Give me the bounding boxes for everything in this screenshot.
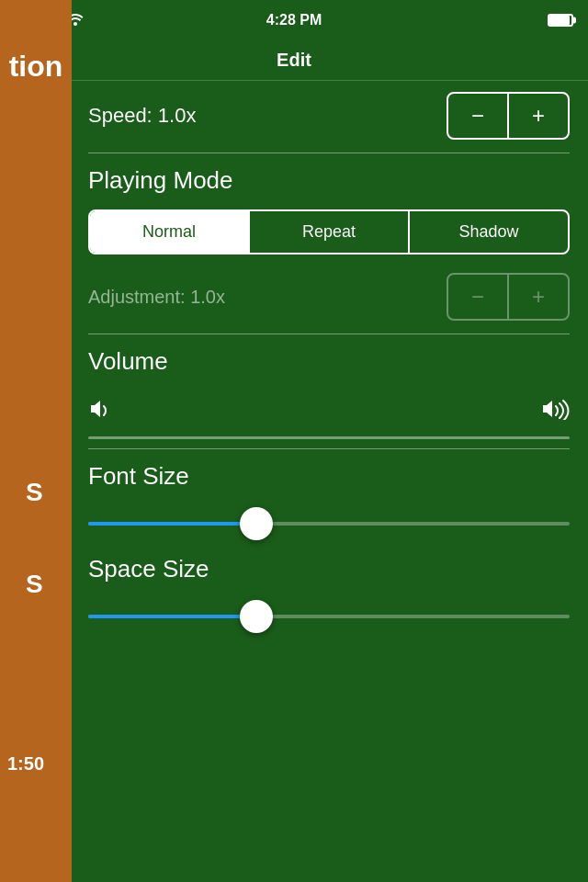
adjustment-increment-button: + [509,275,568,319]
font-size-slider[interactable] [88,505,570,542]
font-size-title: Font Size [88,462,570,491]
tab-normal[interactable]: Normal [90,211,248,253]
nav-title: Edit [277,50,311,71]
sidebar-item-s2: S [26,570,43,599]
playing-mode-title: Playing Mode [88,166,570,195]
volume-slider-track [88,436,570,439]
speaker-high-icon [540,398,570,425]
tab-shadow[interactable]: Shadow [410,211,568,253]
speed-label: Speed: 1.0x [88,104,196,128]
font-size-track-fill [88,522,256,526]
battery-icon [548,14,573,27]
svg-point-0 [74,22,77,26]
nav-bar: Edit [0,40,588,81]
speaker-low-icon [88,398,114,425]
playing-mode-section: Playing Mode Normal Repeat Shadow [88,166,570,254]
space-size-track-fill [88,615,256,618]
adjustment-decrement-button: − [448,275,507,319]
sidebar: tion S S 1:50 [0,0,72,882]
speed-btn-group: − + [447,92,570,140]
adjustment-label: Adjustment: 1.0x [88,287,225,308]
divider-3 [88,448,570,449]
sidebar-label-top: tion [9,40,63,84]
speed-row: Speed: 1.0x − + [88,92,570,140]
status-bar-right [548,14,573,27]
sidebar-item-time: 1:50 [7,753,44,775]
adjustment-btn-group: − + [447,273,570,321]
tab-repeat[interactable]: Repeat [250,211,408,253]
status-bar: Carrier 4:28 PM [0,0,588,40]
space-size-section: Space Size [88,555,570,635]
space-size-thumb[interactable] [240,600,273,633]
mode-tabs: Normal Repeat Shadow [88,209,570,254]
space-size-title: Space Size [88,555,570,583]
speed-increment-button[interactable]: + [509,94,568,138]
space-size-slider[interactable] [88,598,570,635]
sidebar-item-s1: S [26,478,43,507]
font-size-thumb[interactable] [240,507,273,540]
speed-decrement-button[interactable]: − [448,94,507,138]
volume-section: Volume [88,347,570,439]
font-size-section: Font Size [88,462,570,542]
divider-2 [88,334,570,334]
adjustment-row: Adjustment: 1.0x − + [88,273,570,321]
divider-1 [88,153,570,153]
status-bar-time: 4:28 PM [266,12,322,28]
main-content: Speed: 1.0x − + Playing Mode Normal Repe… [74,81,588,882]
volume-title: Volume [88,347,570,376]
volume-icons [88,390,570,433]
